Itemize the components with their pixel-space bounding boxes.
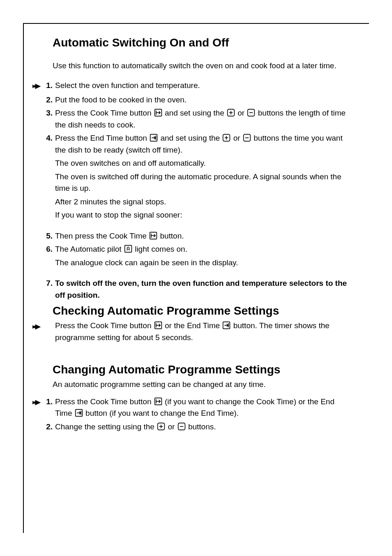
step-number: 6. [44,243,54,255]
step-number: 4. [44,132,54,144]
step-text: Select the oven function and temperature… [54,80,353,92]
endtime-icon [150,134,158,142]
cooktime-icon [154,109,162,117]
step-text: Then press the Cook Time button. [54,230,353,242]
cooktime-icon [149,232,157,240]
intro-auto: Use this function to automatically switc… [53,60,353,72]
intro-change: An automatic programme setting can be ch… [53,379,353,390]
cooktime-icon [154,397,162,405]
step-number: 5. [44,230,54,242]
plus-icon [222,134,231,142]
step-number: 2. [44,94,54,106]
auto-after-text: The analogue clock can again be seen in … [55,257,353,269]
step-text: Press the Cook Time button and set using… [54,107,353,131]
auto-icon [124,245,132,253]
steps-auto: 1. Select the oven function and temperat… [32,80,353,301]
auto-after-text: After 2 minutes the signal stops. [55,196,353,208]
auto-after-text: The oven is switched off during the auto… [55,171,353,195]
step-text: Press the Cook Time button (if you want … [54,396,353,419]
hand-icon [32,396,44,409]
minus-icon [247,109,255,117]
heading-auto-on-off: Automatic Switching On and Off [53,36,353,49]
endtime-icon [222,321,231,329]
minus-icon [178,422,186,431]
step-number: 7. [44,278,54,290]
heading-check-settings: Checking Automatic Programme Settings [53,304,353,317]
auto-after-text: If you want to stop the signal sooner: [55,209,353,221]
minus-icon [243,134,251,142]
step-text: The Automatic pilot light comes on. [54,243,353,255]
check-text: Press the Cook Time button or the End Ti… [44,320,353,343]
auto-after-text: The oven switches on and off automatical… [55,158,353,169]
step-number: 1. [44,80,54,92]
plus-icon [157,422,165,431]
svg-rect-0 [32,84,33,88]
check-note: Press the Cook Time button or the End Ti… [32,320,353,343]
step-text: Put the food to be cooked in the oven. [54,94,353,106]
step-text: Press the End Time button and set using … [54,132,353,156]
step-number: 1. [44,396,54,408]
step7-bold: To switch off the oven, turn the oven fu… [54,278,353,301]
plus-icon [227,109,235,117]
svg-rect-28 [32,401,33,404]
hand-icon [32,320,44,333]
step-number: 3. [44,107,54,119]
step-text: Change the setting using the or buttons. [54,421,353,433]
svg-rect-20 [125,246,132,253]
heading-change-settings: Changing Automatic Programme Settings [53,363,353,376]
cooktime-icon [154,321,162,329]
steps-change: 1. Press the Cook Time button (if you wa… [32,396,353,433]
svg-rect-21 [32,325,33,329]
step-number: 2. [44,421,54,433]
hand-icon [32,80,44,93]
endtime-icon [75,409,83,417]
